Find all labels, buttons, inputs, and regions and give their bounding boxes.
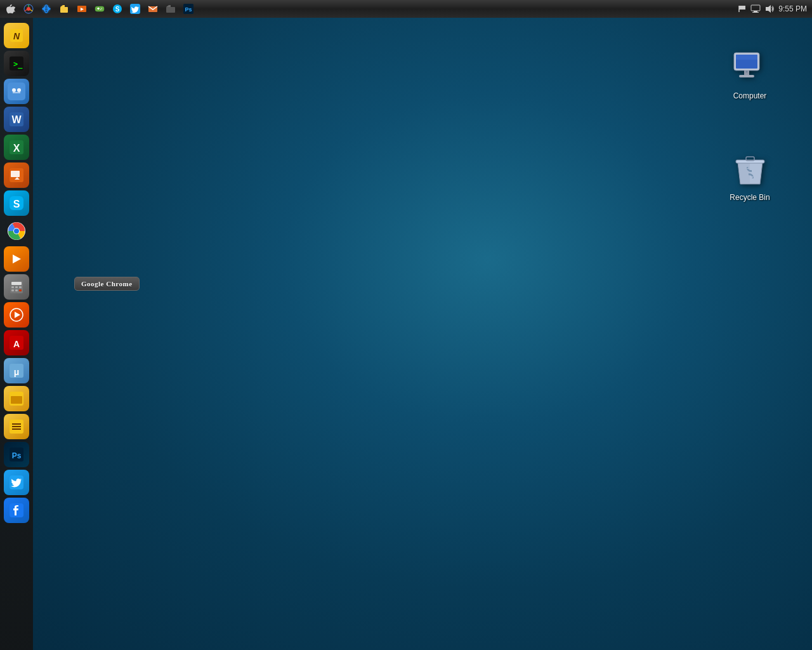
- taskbar-games[interactable]: [91, 2, 108, 16]
- clock: 9:55 PM: [778, 4, 807, 13]
- taskbar-mail[interactable]: [145, 2, 161, 16]
- svg-text:S: S: [13, 199, 20, 209]
- svg-rect-23: [754, 11, 757, 12]
- sidebar-item-notes[interactable]: N: [4, 23, 29, 48]
- svg-rect-22: [751, 5, 760, 11]
- taskbar-chrome[interactable]: [20, 2, 37, 16]
- svg-point-45: [14, 229, 19, 234]
- computer-icon-img: [731, 50, 769, 88]
- desktop-icon-computer[interactable]: Computer: [724, 50, 775, 102]
- svg-rect-62: [11, 396, 22, 404]
- sidebar-item-mediaplayer[interactable]: [4, 302, 29, 328]
- sidebar-item-facebook[interactable]: [4, 498, 29, 523]
- svg-marker-56: [15, 312, 20, 318]
- svg-rect-73: [736, 55, 757, 60]
- taskbar-left: S Ps: [0, 2, 733, 16]
- svg-rect-54: [19, 289, 22, 291]
- svg-text:Ps: Ps: [12, 451, 22, 460]
- svg-rect-75: [739, 75, 754, 77]
- taskbar-right: 9:55 PM: [733, 4, 812, 13]
- sidebar-item-acrobat[interactable]: A: [4, 330, 29, 355]
- recycle-bin-icon-label: Recycle Bin: [724, 192, 775, 203]
- sidebar-item-skype[interactable]: S: [4, 190, 29, 216]
- svg-text:X: X: [13, 143, 20, 154]
- flag-icon[interactable]: [738, 4, 747, 13]
- desktop: Google Chrome Computer: [33, 18, 812, 650]
- apple-menu-button[interactable]: [2, 2, 18, 16]
- sidebar-item-calculator[interactable]: [4, 274, 29, 300]
- sidebar-item-twitter[interactable]: [4, 470, 29, 495]
- svg-rect-49: [11, 286, 14, 288]
- taskbar-photoshop[interactable]: Ps: [180, 2, 197, 16]
- svg-text:N: N: [13, 31, 20, 41]
- svg-rect-10: [98, 8, 99, 10]
- sidebar-item-messenger[interactable]: [4, 79, 29, 104]
- sidebar-item-word[interactable]: W: [4, 107, 29, 132]
- computer-icon-label: Computer: [724, 90, 775, 102]
- sidebar-item-impress[interactable]: [4, 162, 29, 188]
- sidebar-item-chrome[interactable]: [4, 218, 29, 244]
- svg-rect-53: [15, 289, 18, 291]
- taskbar-ie[interactable]: [38, 2, 55, 16]
- recycle-bin-icon-img: [731, 151, 769, 189]
- display-icon[interactable]: [750, 4, 761, 13]
- svg-text:>_: >_: [13, 60, 23, 69]
- sidebar-item-terminal[interactable]: >_: [4, 51, 29, 76]
- sidebar-item-utorrent[interactable]: μ: [4, 358, 29, 383]
- svg-text:A: A: [13, 339, 20, 349]
- svg-text:Ps: Ps: [185, 6, 192, 13]
- taskbar: S Ps 9:55 PM: [0, 0, 812, 18]
- svg-point-1: [27, 7, 30, 11]
- svg-rect-48: [11, 282, 22, 285]
- svg-marker-46: [13, 255, 21, 263]
- svg-rect-17: [166, 7, 175, 13]
- taskbar-folder[interactable]: [162, 2, 179, 16]
- taskbar-dvd[interactable]: [74, 2, 90, 16]
- svg-rect-5: [60, 7, 68, 13]
- svg-rect-24: [752, 12, 759, 13]
- sidebar-item-photoshop[interactable]: Ps: [4, 442, 29, 467]
- taskbar-files[interactable]: [56, 2, 72, 16]
- chrome-tooltip: Google Chrome: [74, 277, 140, 291]
- sidebar-item-excel[interactable]: X: [4, 135, 29, 160]
- svg-point-32: [17, 88, 21, 92]
- svg-rect-39: [11, 171, 20, 177]
- svg-point-12: [100, 9, 102, 10]
- svg-rect-52: [11, 289, 14, 291]
- svg-point-11: [101, 8, 102, 10]
- svg-point-76: [746, 71, 748, 73]
- sidebar-dock: N >_ W X S: [0, 18, 33, 650]
- svg-point-31: [12, 88, 16, 92]
- svg-text:S: S: [115, 6, 120, 13]
- taskbar-twitter[interactable]: [127, 2, 143, 16]
- svg-text:μ: μ: [14, 367, 20, 377]
- svg-rect-20: [739, 6, 745, 10]
- sidebar-item-filemanager[interactable]: [4, 386, 29, 411]
- svg-marker-25: [766, 5, 771, 13]
- sidebar-item-orange-media[interactable]: [4, 246, 29, 272]
- svg-rect-51: [19, 286, 22, 288]
- svg-rect-50: [15, 286, 18, 288]
- svg-text:W: W: [11, 114, 22, 125]
- taskbar-skype[interactable]: S: [109, 2, 126, 16]
- volume-icon[interactable]: [764, 4, 775, 13]
- sidebar-item-mainmenu[interactable]: [4, 414, 29, 439]
- desktop-icon-recycle-bin[interactable]: Recycle Bin: [724, 151, 775, 203]
